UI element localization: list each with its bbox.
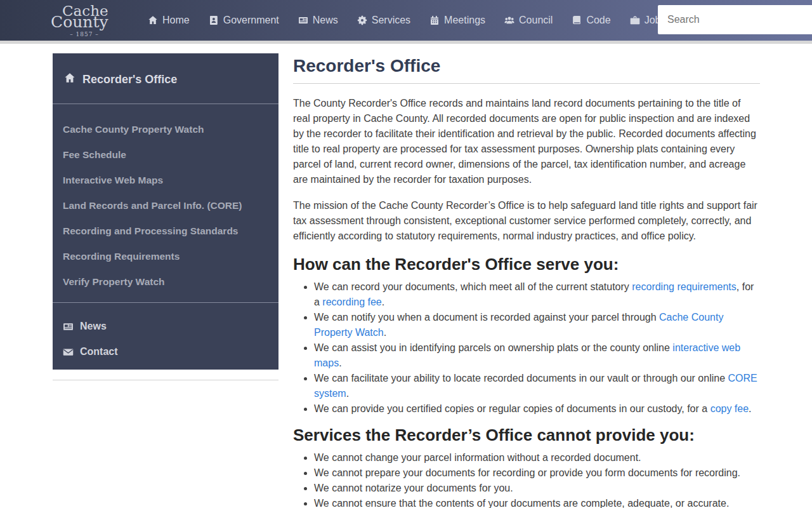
home-icon [64,72,75,84]
sidebar-item-label: Contact [80,345,118,358]
sidebar-title-label: Recorder's Office [82,73,177,86]
sidebar-link-land-records-and-parcel-info-core[interactable]: Land Records and Parcel Info. (CORE) [63,193,268,218]
newspaper-icon [298,15,308,25]
home-icon [64,72,75,87]
list-item: We cannot notarize your documents for yo… [314,481,760,496]
inline-link-cache-county-property-watch[interactable]: Cache County Property Watch [314,312,723,338]
inline-link-recording-requirements[interactable]: recording requirements [632,281,737,292]
calendar-icon [429,15,440,25]
logo-year: – 1857 – [51,32,118,37]
site-logo[interactable]: Cache County – 1857 – [51,4,118,37]
intro-paragraph: The County Recorder's Office records and… [293,96,760,187]
main-nav: HomeGovernmentNewsServicesMeetingsCounci… [138,15,675,26]
nav-item-news[interactable]: News [289,15,348,26]
list-item: We cannot change your parcel information… [314,450,760,465]
inline-link-recording-fee[interactable]: recording fee [322,297,381,307]
inline-link-copy-fee[interactable]: copy fee [710,403,749,414]
nav-item-label: Meetings [444,15,485,26]
book-icon [572,15,582,25]
serve-list: We can record your documents, which meet… [293,279,760,417]
users-icon [504,15,514,25]
nav-item-label: Home [162,15,190,26]
list-item: We can notify you when a document is rec… [314,310,760,340]
sidebar-column: Recorder's Office Cache County Property … [53,53,278,380]
cannot-list: We cannot change your parcel information… [293,450,760,508]
nav-item-label: Government [223,15,279,26]
list-item: We can assist you in identifying parcels… [314,340,760,371]
briefcase-icon [630,15,640,25]
address-book-icon [209,15,219,25]
main-content: Recorder's Office The County Recorder's … [293,53,760,508]
logo-line2: County [51,14,118,30]
nav-item-label: Code [586,15,610,26]
sidebar-item-label: News [80,320,107,333]
nav-item-label: News [313,15,338,26]
title-rule [293,83,760,84]
sidebar-links: Cache County Property WatchFee ScheduleI… [63,104,268,302]
nav-item-label: Council [519,15,553,26]
mission-paragraph: The mission of the Cache County Recorder… [293,198,760,244]
nav-item-meetings[interactable]: Meetings [420,15,495,26]
sidebar-item-news[interactable]: News [63,314,268,339]
page-title: Recorder's Office [293,55,760,77]
cannot-heading: Services the Recorder’s Office cannot pr… [293,425,760,445]
inline-link-core-system[interactable]: CORE system [314,373,757,399]
list-item: We can record your documents, which meet… [314,279,760,310]
nav-item-council[interactable]: Council [495,15,562,26]
nav-item-code[interactable]: Code [562,15,620,26]
below-sidebar-rule [53,380,278,380]
sidebar-title[interactable]: Recorder's Office [63,72,268,104]
gear-icon [357,15,367,25]
sidebar-link-fee-schedule[interactable]: Fee Schedule [63,142,268,168]
home-icon [148,15,158,25]
nav-item-services[interactable]: Services [348,15,420,26]
list-item: We cannot ensure that the contents of yo… [314,496,760,508]
sidebar-link-verify-property-watch[interactable]: Verify Property Watch [63,269,268,295]
inline-link-interactive-web-maps[interactable]: interactive web maps [314,342,740,368]
top-navbar: Cache County – 1857 – HomeGovernmentNews… [0,0,812,41]
serve-heading: How can the Recorder's Office serve you: [293,255,760,274]
sidebar: Recorder's Office Cache County Property … [53,53,278,370]
nav-item-label: Services [372,15,410,26]
envelope-icon [63,347,74,358]
content-area: Recorder's Office Cache County Property … [0,44,812,508]
search-input[interactable] [658,5,812,34]
list-item: We can provide you certified copies or r… [314,401,760,417]
sidebar-link-interactive-web-maps[interactable]: Interactive Web Maps [63,168,268,193]
newspaper-icon [63,321,74,332]
sidebar-link-cache-county-property-watch[interactable]: Cache County Property Watch [63,117,268,142]
sidebar-link-recording-and-processing-standards[interactable]: Recording and Processing Standards [63,218,268,244]
list-item: We can facilitate your ability to locate… [314,371,760,401]
sidebar-secondary-links: NewsContact [63,303,268,364]
nav-item-government[interactable]: Government [199,15,289,26]
sidebar-item-contact[interactable]: Contact [63,339,268,364]
sidebar-link-recording-requirements[interactable]: Recording Requirements [63,244,268,269]
nav-item-home[interactable]: Home [138,15,199,26]
list-item: We cannot prepare your documents for rec… [314,465,760,481]
